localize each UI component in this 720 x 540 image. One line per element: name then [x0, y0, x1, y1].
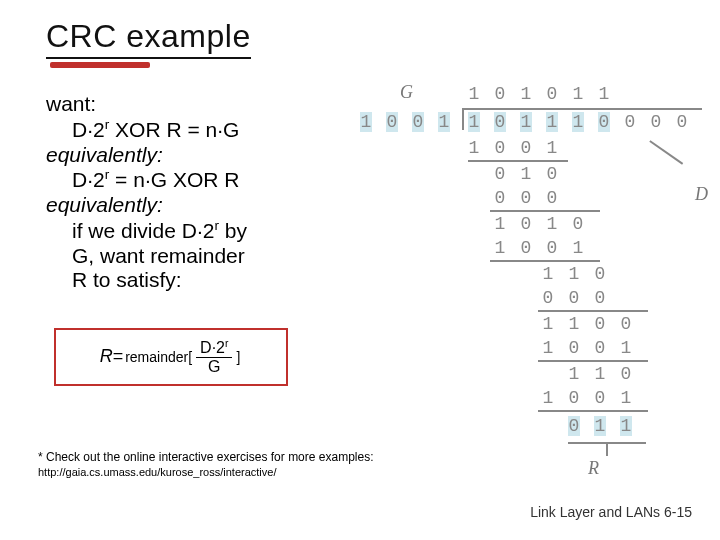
digit: 0 — [494, 164, 506, 184]
eq2: D·2r = n·G XOR R — [72, 167, 346, 193]
remainder-row: 011 — [568, 416, 632, 436]
eq1-G: G — [223, 118, 239, 141]
digit: 1 — [542, 314, 554, 334]
digit: 1 — [572, 84, 584, 104]
line4: G, want remainder — [72, 244, 346, 269]
fraction: D·2r G — [196, 339, 232, 375]
digit: 0 — [520, 238, 532, 258]
digit: 1 — [468, 84, 480, 104]
digit: 1 — [568, 364, 580, 384]
digit: 1 — [620, 338, 632, 358]
digit: 1 — [546, 214, 558, 234]
digit: 0 — [412, 112, 424, 132]
rem-brace-v — [606, 442, 608, 456]
remainder-formula-box: R = remainder[ D·2r G ] — [54, 328, 288, 386]
step5-sub: 1001 — [542, 338, 632, 358]
digit: 1 — [520, 84, 532, 104]
frac-num: D·2r — [196, 339, 232, 358]
connector-D — [650, 140, 684, 164]
digit: 0 — [386, 112, 398, 132]
digit: 1 — [468, 112, 480, 132]
digit: 0 — [620, 314, 632, 334]
rule-6 — [538, 410, 648, 412]
digit: 1 — [542, 338, 554, 358]
step6-sub: 1001 — [542, 388, 632, 408]
digit: 1 — [568, 264, 580, 284]
label-R: R — [588, 458, 599, 479]
digit: 1 — [494, 214, 506, 234]
division-bar-h — [462, 108, 702, 110]
digit: 0 — [546, 188, 558, 208]
footnote: * Check out the online interactive exerc… — [38, 450, 378, 480]
digit: 0 — [620, 364, 632, 384]
step5-res: 110 — [568, 364, 632, 384]
label-D: D — [695, 184, 708, 205]
digit: 1 — [594, 416, 606, 436]
digit: 1 — [542, 388, 554, 408]
digit: 0 — [520, 214, 532, 234]
digit: 0 — [494, 112, 506, 132]
digit: 1 — [594, 364, 606, 384]
rule-2 — [490, 210, 600, 212]
digit: 1 — [520, 164, 532, 184]
long-division-figure: G D R 101011 1001 101110000 1001 010 000… — [350, 82, 710, 482]
digit: 0 — [650, 112, 662, 132]
slide-title: CRC example — [46, 18, 251, 59]
digit: 0 — [594, 338, 606, 358]
step1-sub: 1001 — [468, 138, 558, 158]
f-eq: = — [113, 346, 124, 367]
step4-sub: 000 — [542, 288, 606, 308]
digit: 1 — [546, 138, 558, 158]
digit: 1 — [620, 388, 632, 408]
eq1-2: 2 — [93, 118, 105, 141]
digit: 0 — [598, 112, 610, 132]
rule-5 — [538, 360, 648, 362]
footnote-url: http://gaia.cs.umass.edu/kurose_ross/int… — [38, 466, 276, 478]
digit: 0 — [594, 264, 606, 284]
fn-D: D — [200, 339, 212, 356]
digit: 1 — [468, 138, 480, 158]
l3b: 2 — [203, 219, 215, 242]
digit: 0 — [568, 416, 580, 436]
digit: 1 — [568, 314, 580, 334]
eq1-mid: XOR R = n — [109, 118, 217, 141]
digit: 0 — [676, 112, 688, 132]
digit: 0 — [494, 188, 506, 208]
eq1-D: D — [72, 118, 87, 141]
digit: 0 — [594, 314, 606, 334]
eq2-tail: G XOR R — [151, 168, 240, 191]
eq2-mid: = n — [109, 168, 145, 191]
rule-3 — [490, 260, 600, 262]
digit: 0 — [568, 338, 580, 358]
equiv1: equivalently: — [46, 143, 346, 168]
title-accent — [50, 62, 150, 68]
digit: 1 — [542, 264, 554, 284]
line5: R to satisfy: — [72, 268, 346, 293]
digit: 0 — [546, 164, 558, 184]
eq1: D·2r XOR R = n·G — [72, 117, 346, 143]
digit: 0 — [520, 138, 532, 158]
step2-res: 1010 — [494, 214, 584, 234]
f-close: ] — [236, 349, 240, 365]
digit: 1 — [598, 84, 610, 104]
body-text: want: D·2r XOR R = n·G equivalently: D·2… — [46, 92, 346, 293]
digit: 0 — [624, 112, 636, 132]
digit: 0 — [594, 388, 606, 408]
want-label: want: — [46, 92, 346, 117]
digit: 1 — [438, 112, 450, 132]
l3a: if we divide D — [72, 219, 197, 242]
digit: 0 — [520, 188, 532, 208]
step3-sub: 1001 — [494, 238, 584, 258]
l3d: by — [219, 219, 247, 242]
digit: 1 — [572, 112, 584, 132]
divisor-row: 1001 — [360, 112, 450, 132]
eq2-D: D — [72, 168, 87, 191]
digit: 0 — [572, 214, 584, 234]
digit: 0 — [568, 388, 580, 408]
digit: 1 — [360, 112, 372, 132]
f-rem: remainder[ — [125, 349, 192, 365]
eq2-2: 2 — [93, 168, 105, 191]
equiv2: equivalently: — [46, 193, 346, 218]
line3: if we divide D·2r by — [72, 218, 346, 244]
digit: 0 — [568, 288, 580, 308]
